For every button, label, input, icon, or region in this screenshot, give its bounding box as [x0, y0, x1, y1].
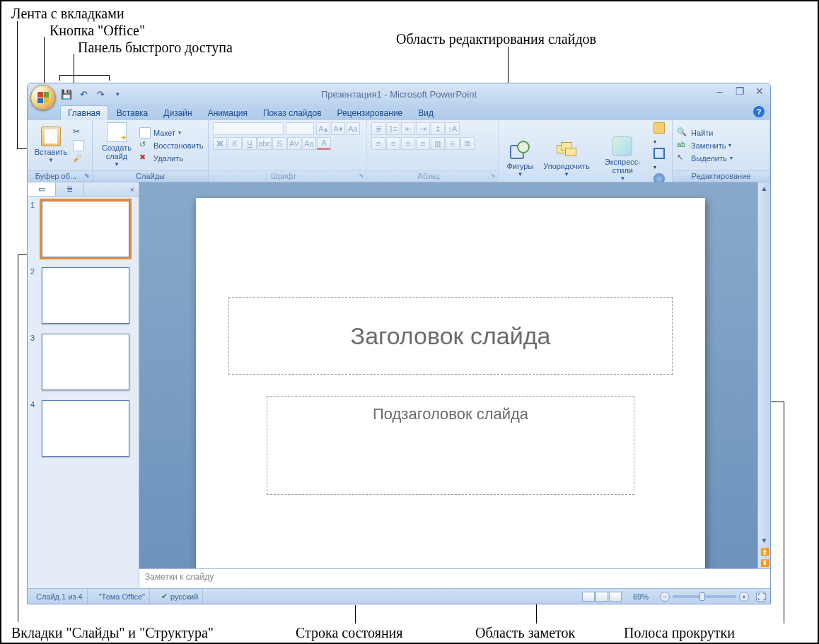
next-slide-icon[interactable]: ⏬: [758, 557, 770, 568]
increase-indent-button[interactable]: ⇥: [416, 122, 430, 135]
zoom-slider[interactable]: − +: [660, 592, 749, 602]
qat-customize-icon[interactable]: ▾: [111, 88, 124, 100]
bullets-button[interactable]: ≣: [371, 122, 385, 135]
tab-animation[interactable]: Анимация: [201, 106, 255, 120]
subtitle-placeholder[interactable]: Подзаголовок слайда: [267, 396, 634, 495]
cut-icon[interactable]: ✂: [73, 127, 84, 138]
fit-to-window-button[interactable]: ⛶: [756, 592, 766, 602]
scroll-up-icon[interactable]: ▲: [758, 182, 770, 194]
grow-font-button[interactable]: A▴: [316, 122, 330, 135]
numbering-button[interactable]: 1≡: [386, 122, 400, 135]
title-placeholder[interactable]: Заголовок слайда: [228, 297, 673, 375]
tab-design[interactable]: Дизайн: [156, 106, 199, 120]
prev-slide-icon[interactable]: ⏫: [758, 546, 770, 557]
italic-button[interactable]: К: [228, 137, 242, 150]
change-case-button-2[interactable]: Aa: [302, 137, 316, 150]
outline-tab-icon: ≣: [66, 185, 73, 194]
text-direction-button[interactable]: ↕A: [446, 122, 460, 135]
slideshow-view-button[interactable]: [609, 592, 622, 602]
maximize-button[interactable]: ❐: [733, 85, 746, 98]
zoom-in-button[interactable]: +: [739, 592, 749, 602]
status-theme[interactable]: "Тема Office": [95, 589, 150, 604]
format-painter-icon[interactable]: 🖌: [73, 153, 84, 165]
change-case-button[interactable]: Aa: [346, 122, 360, 135]
tab-slides-thumbnails[interactable]: ▭: [28, 182, 56, 196]
line-spacing-button[interactable]: ‡: [431, 122, 445, 135]
tab-home[interactable]: Главная: [60, 105, 108, 120]
select-button[interactable]: ↖Выделить ▾: [677, 153, 733, 164]
minimize-button[interactable]: –: [714, 85, 726, 98]
decrease-indent-button[interactable]: ⇤: [401, 122, 415, 135]
font-size-combo[interactable]: [286, 122, 314, 135]
bold-button[interactable]: Ж: [213, 137, 227, 150]
ribbon-group-font: A▴A▾Aa Ж К Ч abc S AV Aa A Шрифт: [209, 120, 367, 182]
delete-slide-button[interactable]: ✖Удалить: [139, 153, 203, 164]
office-button[interactable]: [30, 85, 56, 110]
copy-icon[interactable]: [73, 140, 84, 151]
tab-view[interactable]: Вид: [411, 106, 441, 120]
slide-edit-area[interactable]: Заголовок слайда Подзаголовок слайда ▲ ▼…: [139, 182, 770, 568]
align-left-button[interactable]: ≡: [371, 137, 385, 150]
spellcheck-icon: ✔: [161, 592, 168, 601]
justify-button[interactable]: ≡: [416, 137, 430, 150]
char-spacing-button[interactable]: AV: [287, 137, 301, 150]
status-slide-counter[interactable]: Слайд 1 из 4: [32, 589, 88, 604]
find-button[interactable]: 🔍Найти: [677, 127, 733, 139]
normal-view-button[interactable]: [582, 592, 595, 602]
layout-button[interactable]: Макет ▾: [139, 127, 203, 139]
thumbnail-list[interactable]: 1 2 3 4: [28, 197, 139, 588]
shape-outline-button[interactable]: ▾: [654, 148, 668, 171]
thumbnail-2[interactable]: 2: [30, 267, 136, 324]
strike-button[interactable]: abc: [257, 137, 272, 150]
thumbnail-3[interactable]: 3: [30, 334, 136, 390]
dropdown-icon: ▼: [48, 158, 54, 164]
replace-button[interactable]: abЗаменить ▾: [677, 140, 733, 151]
slide-canvas[interactable]: Заголовок слайда Подзаголовок слайда: [196, 198, 705, 568]
thumbnail-1[interactable]: 1: [30, 201, 136, 257]
undo-icon[interactable]: ↶: [77, 88, 90, 100]
underline-button[interactable]: Ч: [243, 137, 257, 150]
arrange-button[interactable]: Упорядочить▼: [542, 141, 591, 178]
tab-insert[interactable]: Вставка: [110, 106, 156, 120]
shrink-font-button[interactable]: A▾: [331, 122, 345, 135]
group-label-font: Шрифт: [209, 170, 366, 182]
align-text-button[interactable]: ⎘: [446, 137, 460, 150]
smartart-button[interactable]: ⧉: [460, 137, 475, 150]
font-family-combo[interactable]: [213, 122, 284, 135]
shape-fill-button[interactable]: ▾: [654, 122, 668, 146]
align-right-button[interactable]: ≡: [401, 137, 415, 150]
tab-slideshow[interactable]: Показ слайдов: [256, 106, 329, 120]
sorter-view-button[interactable]: [596, 592, 608, 602]
zoom-out-button[interactable]: −: [660, 592, 670, 602]
zoom-percent[interactable]: 69%: [629, 589, 653, 604]
quick-access-toolbar: 💾 ↶ ↷ ▾: [60, 83, 124, 105]
scroll-track[interactable]: [760, 194, 769, 530]
shapes-button[interactable]: Фигуры▼: [503, 141, 538, 178]
save-icon[interactable]: 💾: [60, 88, 73, 100]
notes-pane[interactable]: Заметки к слайду: [139, 568, 770, 588]
paste-button[interactable]: Вставить ▼: [32, 127, 70, 164]
zoom-knob[interactable]: [699, 592, 705, 601]
tab-outline[interactable]: ≣: [56, 182, 84, 196]
vertical-scrollbar[interactable]: ▲ ▼ ⏫ ⏬: [757, 182, 770, 568]
font-color-button[interactable]: A: [317, 137, 331, 150]
annotation-ribbon: Лента с вкладками: [11, 6, 124, 22]
quick-styles-button[interactable]: Экспресс-стили▼: [596, 136, 649, 182]
outline-icon: [654, 148, 665, 159]
reset-button[interactable]: ↺Восстановить: [139, 140, 203, 151]
align-center-button[interactable]: ≡: [386, 137, 400, 150]
new-slide-button[interactable]: Создать слайд ▼: [97, 122, 136, 168]
scroll-down-icon[interactable]: ▼: [758, 534, 770, 546]
columns-button[interactable]: ▥: [431, 137, 445, 150]
ribbon-group-paragraph: ≣ 1≡ ⇤ ⇥ ‡ ↕A ≡ ≡ ≡ ≡ ▥ ⎘ ⧉: [367, 120, 499, 182]
connector-line: [771, 402, 784, 402]
close-panel-button[interactable]: ×: [130, 185, 134, 194]
zoom-track[interactable]: [673, 595, 736, 598]
close-button[interactable]: ✕: [753, 85, 766, 98]
thumbnail-4[interactable]: 4: [30, 400, 136, 457]
status-language[interactable]: ✔русский: [157, 589, 203, 604]
tab-review[interactable]: Рецензирование: [330, 106, 410, 120]
shadow-button[interactable]: S: [272, 137, 286, 150]
redo-icon[interactable]: ↷: [94, 88, 107, 100]
help-button[interactable]: ?: [753, 106, 765, 117]
